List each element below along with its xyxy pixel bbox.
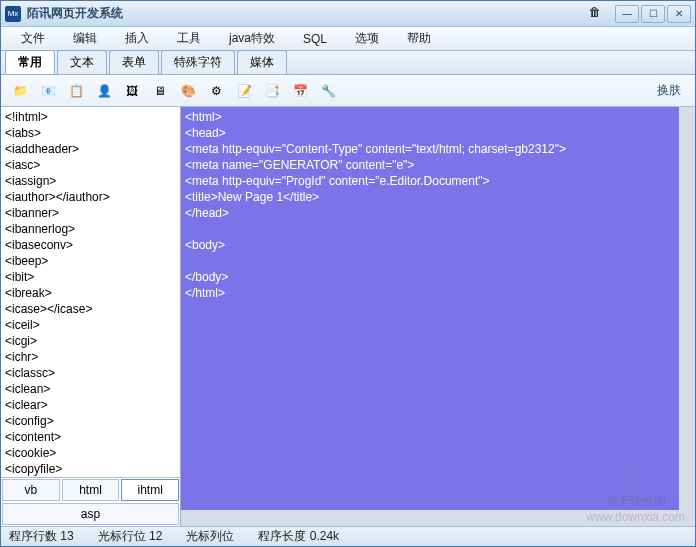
titlebar: Mx 陌讯网页开发系统 🗑 — ☐ ✕: [1, 1, 695, 27]
workspace: <!ihtml><iabs><iaddheader><iasc><iassign…: [1, 107, 695, 526]
toolbar-icon-11[interactable]: 🔧: [317, 80, 339, 102]
app-window: Mx 陌讯网页开发系统 🗑 — ☐ ✕ 文件编辑插入工具java特效SQL选项帮…: [0, 0, 696, 547]
list-item[interactable]: <iaddheader>: [5, 141, 176, 157]
list-item[interactable]: <ibeep>: [5, 253, 176, 269]
minimize-button[interactable]: —: [615, 5, 639, 23]
recycle-icon[interactable]: 🗑: [589, 5, 607, 23]
toolbar-icon-3[interactable]: 👤: [93, 80, 115, 102]
tab-媒体[interactable]: 媒体: [237, 50, 287, 74]
menubar: 文件编辑插入工具java特效SQL选项帮助: [1, 27, 695, 51]
list-item[interactable]: <ibannerlog>: [5, 221, 176, 237]
lang-tab-ihtml[interactable]: ihtml: [121, 479, 179, 501]
list-item[interactable]: <!ihtml>: [5, 109, 176, 125]
status-row: 光标行位 12: [98, 528, 163, 545]
menu-文件[interactable]: 文件: [7, 27, 59, 50]
category-tabbar: 常用文本表单特殊字符媒体: [1, 51, 695, 75]
menu-插入[interactable]: 插入: [111, 27, 163, 50]
list-item[interactable]: <iclean>: [5, 381, 176, 397]
list-item[interactable]: <icookie>: [5, 445, 176, 461]
menu-工具[interactable]: 工具: [163, 27, 215, 50]
list-item[interactable]: <ibaseconv>: [5, 237, 176, 253]
lang-tab-vb[interactable]: vb: [2, 479, 60, 501]
scrollbar-vertical[interactable]: [679, 107, 695, 526]
function-list[interactable]: <!ihtml><iabs><iaddheader><iasc><iassign…: [1, 107, 180, 477]
menu-编辑[interactable]: 编辑: [59, 27, 111, 50]
list-item[interactable]: <icopyfile>: [5, 461, 176, 477]
scrollbar-horizontal[interactable]: [181, 510, 679, 526]
lang-tab-asp[interactable]: asp: [2, 503, 179, 525]
window-title: 陌讯网页开发系统: [27, 5, 589, 22]
list-item[interactable]: <ibit>: [5, 269, 176, 285]
menu-帮助[interactable]: 帮助: [393, 27, 445, 50]
skin-button[interactable]: 换肤: [651, 80, 687, 101]
editor-content[interactable]: <html> <head> <meta http-equiv="Content-…: [185, 109, 691, 301]
statusbar: 程序行数 13 光标行位 12 光标列位 程序长度 0.24k: [1, 526, 695, 546]
list-item[interactable]: <iceil>: [5, 317, 176, 333]
toolbar-icon-10[interactable]: 📅: [289, 80, 311, 102]
status-col: 光标列位: [186, 528, 234, 545]
language-tabs: vbhtmlihtml asp: [1, 477, 180, 526]
sidebar: <!ihtml><iabs><iaddheader><iasc><iassign…: [1, 107, 181, 526]
tab-常用[interactable]: 常用: [5, 50, 55, 74]
status-length: 程序长度 0.24k: [258, 528, 339, 545]
app-icon: Mx: [5, 6, 21, 22]
toolbar: 📁📧📋👤🖼🖥🎨⚙📝📑📅🔧 换肤: [1, 75, 695, 107]
toolbar-icon-8[interactable]: 📝: [233, 80, 255, 102]
list-item[interactable]: <icontent>: [5, 429, 176, 445]
list-item[interactable]: <iassign>: [5, 173, 176, 189]
list-item[interactable]: <icgi>: [5, 333, 176, 349]
list-item[interactable]: <iconfig>: [5, 413, 176, 429]
tab-文本[interactable]: 文本: [57, 50, 107, 74]
maximize-button[interactable]: ☐: [641, 5, 665, 23]
lang-tab-html[interactable]: html: [62, 479, 120, 501]
list-item[interactable]: <ichr>: [5, 349, 176, 365]
status-lines: 程序行数 13: [9, 528, 74, 545]
code-editor[interactable]: <html> <head> <meta http-equiv="Content-…: [181, 107, 695, 526]
toolbar-icon-1[interactable]: 📧: [37, 80, 59, 102]
tab-特殊字符[interactable]: 特殊字符: [161, 50, 235, 74]
toolbar-icon-2[interactable]: 📋: [65, 80, 87, 102]
tab-表单[interactable]: 表单: [109, 50, 159, 74]
toolbar-icon-5[interactable]: 🖥: [149, 80, 171, 102]
close-button[interactable]: ✕: [667, 5, 691, 23]
menu-选项[interactable]: 选项: [341, 27, 393, 50]
list-item[interactable]: <icase></icase>: [5, 301, 176, 317]
toolbar-icon-0[interactable]: 📁: [9, 80, 31, 102]
list-item[interactable]: <iauthor></iauthor>: [5, 189, 176, 205]
menu-java特效[interactable]: java特效: [215, 27, 289, 50]
toolbar-icon-7[interactable]: ⚙: [205, 80, 227, 102]
list-item[interactable]: <iclear>: [5, 397, 176, 413]
list-item[interactable]: <ibreak>: [5, 285, 176, 301]
list-item[interactable]: <iasc>: [5, 157, 176, 173]
toolbar-icon-4[interactable]: 🖼: [121, 80, 143, 102]
list-item[interactable]: <ibanner>: [5, 205, 176, 221]
list-item[interactable]: <iabs>: [5, 125, 176, 141]
toolbar-icon-6[interactable]: 🎨: [177, 80, 199, 102]
list-item[interactable]: <iclassc>: [5, 365, 176, 381]
menu-SQL[interactable]: SQL: [289, 29, 341, 49]
toolbar-icon-9[interactable]: 📑: [261, 80, 283, 102]
